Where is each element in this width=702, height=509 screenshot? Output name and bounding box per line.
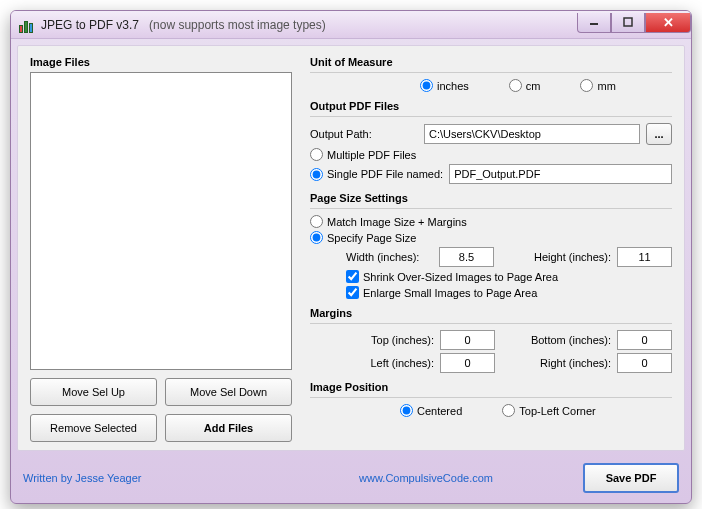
remove-selected-button[interactable]: Remove Selected [30, 414, 157, 442]
height-input[interactable] [617, 247, 672, 267]
margin-left-input[interactable] [440, 353, 495, 373]
enlarge-check[interactable]: Enlarge Small Images to Page Area [346, 286, 537, 299]
minimize-button[interactable] [577, 13, 611, 33]
add-files-button[interactable]: Add Files [165, 414, 292, 442]
site-link[interactable]: www.CompulsiveCode.com [359, 472, 493, 484]
svg-rect-1 [624, 18, 632, 26]
height-label: Height (inches): [534, 251, 611, 263]
multiple-pdf-radio[interactable]: Multiple PDF Files [310, 148, 416, 161]
titlebar[interactable]: JPEG to PDF v3.7 (now supports most imag… [11, 11, 691, 39]
margin-bottom-input[interactable] [617, 330, 672, 350]
right-label: Right (inches): [507, 357, 611, 369]
close-button[interactable]: ✕ [645, 13, 691, 33]
author-link[interactable]: Written by Jesse Yeager [23, 472, 141, 484]
centered-radio[interactable]: Centered [400, 404, 462, 417]
maximize-button[interactable] [611, 13, 645, 33]
unit-cm-radio[interactable]: cm [509, 79, 541, 92]
single-pdf-name-input[interactable] [449, 164, 672, 184]
window-subtitle: (now supports most image types) [149, 18, 326, 32]
single-pdf-radio[interactable]: Single PDF File named: [310, 168, 443, 181]
width-label: Width (inches): [346, 251, 419, 263]
margin-right-input[interactable] [617, 353, 672, 373]
image-files-heading: Image Files [30, 56, 292, 68]
unit-heading: Unit of Measure [310, 56, 672, 68]
margin-top-input[interactable] [440, 330, 495, 350]
window-title: JPEG to PDF v3.7 [41, 18, 139, 32]
left-label: Left (inches): [330, 357, 434, 369]
move-up-button[interactable]: Move Sel Up [30, 378, 157, 406]
top-label: Top (inches): [330, 334, 434, 346]
output-heading: Output PDF Files [310, 100, 672, 112]
output-path-input[interactable] [424, 124, 640, 144]
position-heading: Image Position [310, 381, 672, 393]
unit-mm-radio[interactable]: mm [580, 79, 615, 92]
page-size-heading: Page Size Settings [310, 192, 672, 204]
unit-inches-radio[interactable]: inches [420, 79, 469, 92]
match-size-radio[interactable]: Match Image Size + Margins [310, 215, 467, 228]
margins-heading: Margins [310, 307, 672, 319]
move-down-button[interactable]: Move Sel Down [165, 378, 292, 406]
image-files-list[interactable] [30, 72, 292, 370]
shrink-check[interactable]: Shrink Over-Sized Images to Page Area [346, 270, 558, 283]
app-icon [19, 17, 35, 33]
width-input[interactable] [439, 247, 494, 267]
browse-button[interactable]: ... [646, 123, 672, 145]
topleft-radio[interactable]: Top-Left Corner [502, 404, 595, 417]
bottom-label: Bottom (inches): [507, 334, 611, 346]
specify-size-radio[interactable]: Specify Page Size [310, 231, 416, 244]
app-window: JPEG to PDF v3.7 (now supports most imag… [10, 10, 692, 504]
output-path-label: Output Path: [310, 128, 418, 140]
save-pdf-button[interactable]: Save PDF [583, 463, 679, 493]
